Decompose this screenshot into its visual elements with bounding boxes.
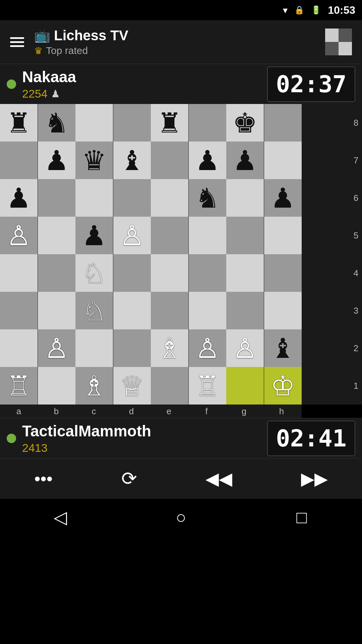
chess-cell-c1[interactable]: ♗ — [75, 367, 113, 405]
chess-cell-e2[interactable]: ♗ — [151, 329, 188, 367]
chess-cell-b1[interactable] — [38, 367, 75, 405]
rank-4: 4 — [350, 254, 362, 292]
app-title: 📺 Lichess TV — [34, 28, 325, 44]
chess-cell-b4[interactable] — [38, 254, 75, 292]
menu-button[interactable] — [10, 37, 24, 47]
forward-icon: ▶▶ — [301, 469, 328, 489]
chess-cell-a8[interactable]: ♜ — [0, 104, 38, 142]
chess-cell-c4[interactable]: ♘ — [75, 254, 113, 292]
chess-cell-h1[interactable]: ♔ — [264, 367, 302, 405]
file-b: b — [38, 405, 75, 418]
chess-cell-d6[interactable] — [113, 179, 151, 217]
chess-cell-d5[interactable]: ♙ — [113, 217, 151, 254]
nav-home-button[interactable] — [164, 500, 198, 534]
chess-cell-a4[interactable] — [0, 254, 38, 292]
chess-cell-g8[interactable]: ♚ — [226, 104, 264, 142]
file-a: a — [0, 405, 38, 418]
chess-cell-c3[interactable]: ♘ — [75, 292, 113, 329]
chess-cell-f5[interactable] — [189, 217, 226, 254]
chess-cell-f6[interactable]: ♞ — [189, 179, 226, 217]
chess-cell-c6[interactable] — [75, 179, 113, 217]
chess-cell-f7[interactable]: ♟ — [189, 142, 226, 179]
chess-cell-f4[interactable] — [189, 254, 226, 292]
chess-cell-h2[interactable]: ♝ — [264, 329, 302, 367]
chess-piece-c7: ♛ — [82, 145, 107, 176]
file-labels: a b c d e f g h — [0, 405, 302, 418]
chess-cell-a1[interactable]: ♖ — [0, 367, 38, 405]
chess-cell-f2[interactable]: ♙ — [189, 329, 226, 367]
chess-cell-f8[interactable] — [189, 104, 226, 142]
chess-cell-h8[interactable] — [264, 104, 302, 142]
chess-cell-c5[interactable]: ♟ — [75, 217, 113, 254]
chess-cell-g3[interactable] — [226, 292, 264, 329]
chess-cell-c7[interactable]: ♛ — [75, 142, 113, 179]
chess-cell-g5[interactable] — [226, 217, 264, 254]
file-d: d — [113, 405, 150, 418]
more-button[interactable]: ••• — [27, 465, 59, 492]
status-time: 10:53 — [328, 4, 355, 16]
chess-cell-d3[interactable] — [113, 292, 151, 329]
file-c: c — [75, 405, 113, 418]
chess-cell-e8[interactable]: ♜ — [151, 104, 188, 142]
chess-piece-a8: ♜ — [6, 107, 31, 139]
refresh-icon: ⟳ — [121, 468, 137, 489]
chess-piece-a1: ♖ — [6, 370, 31, 402]
chess-cell-d4[interactable] — [113, 254, 151, 292]
chess-cell-g6[interactable] — [226, 179, 264, 217]
rank-3: 3 — [350, 292, 362, 329]
chess-cell-d8[interactable] — [113, 104, 151, 142]
nav-square-button[interactable] — [285, 500, 318, 534]
chess-piece-f1: ♖ — [195, 370, 220, 402]
nav-back-button[interactable] — [44, 500, 77, 534]
chess-cell-h6[interactable]: ♟ — [264, 179, 302, 217]
chess-piece-g7: ♟ — [233, 145, 257, 176]
battery-icon: 🔋 — [311, 5, 321, 15]
chess-cell-g7[interactable]: ♟ — [226, 142, 264, 179]
file-f: f — [188, 405, 225, 418]
chess-cell-c2[interactable] — [75, 329, 113, 367]
player-bottom: TacticalMammoth 2413 02:41 — [0, 418, 362, 458]
chess-cell-e5[interactable] — [151, 217, 188, 254]
chess-cell-a3[interactable] — [0, 292, 38, 329]
rank-6: 6 — [350, 179, 362, 217]
chess-cell-b5[interactable] — [38, 217, 75, 254]
chess-cell-e3[interactable] — [151, 292, 188, 329]
chess-piece-e8: ♜ — [157, 107, 182, 139]
logo-cell — [325, 29, 339, 42]
chess-cell-b8[interactable]: ♞ — [38, 104, 75, 142]
chess-cell-a7[interactable] — [0, 142, 38, 179]
chess-cell-g4[interactable] — [226, 254, 264, 292]
chess-cell-a5[interactable]: ♙ — [0, 217, 38, 254]
chess-cell-a6[interactable]: ♟ — [0, 179, 38, 217]
chess-cell-e4[interactable] — [151, 254, 188, 292]
chess-cell-b3[interactable] — [38, 292, 75, 329]
chess-cell-h7[interactable] — [264, 142, 302, 179]
chess-piece-h1: ♔ — [270, 370, 295, 402]
back-button[interactable]: ◀◀ — [199, 465, 239, 492]
chess-cell-g1[interactable] — [226, 367, 264, 405]
chess-cell-h4[interactable] — [264, 254, 302, 292]
chess-cell-f3[interactable] — [189, 292, 226, 329]
chess-cell-c8[interactable] — [75, 104, 113, 142]
chess-cell-e6[interactable] — [151, 179, 188, 217]
chess-cell-d1[interactable]: ♕ — [113, 367, 151, 405]
chess-cell-b2[interactable]: ♙ — [38, 329, 75, 367]
chess-cell-h5[interactable] — [264, 217, 302, 254]
chess-cell-d7[interactable]: ♝ — [113, 142, 151, 179]
player-top-rating-value: 2254 — [22, 87, 48, 100]
refresh-button[interactable]: ⟳ — [115, 464, 144, 493]
wifi-icon: ▾ — [283, 5, 288, 16]
chess-cell-e1[interactable] — [151, 367, 188, 405]
chess-cell-d2[interactable] — [113, 329, 151, 367]
chess-cell-b7[interactable]: ♟ — [38, 142, 75, 179]
chess-cell-a2[interactable] — [0, 329, 38, 367]
chess-cell-e7[interactable] — [151, 142, 188, 179]
more-icon: ••• — [34, 469, 53, 489]
chess-cell-g2[interactable]: ♙ — [226, 329, 264, 367]
forward-button[interactable]: ▶▶ — [294, 465, 335, 492]
chess-cell-f1[interactable]: ♖ — [189, 367, 226, 405]
logo-cell — [339, 42, 352, 55]
player-bottom-name: TacticalMammoth — [22, 422, 267, 440]
chess-cell-h3[interactable] — [264, 292, 302, 329]
chess-cell-b6[interactable] — [38, 179, 75, 217]
